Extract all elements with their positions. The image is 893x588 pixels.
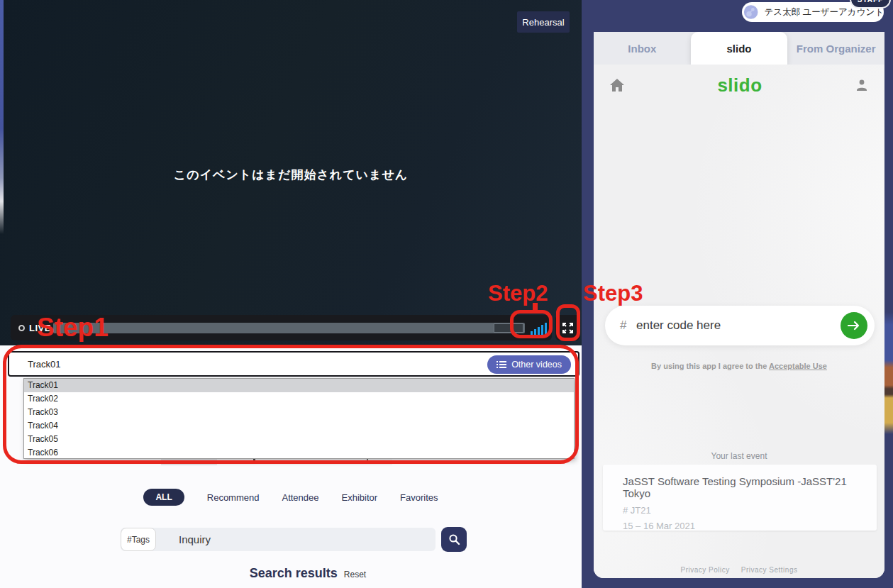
privacy-policy-link[interactable]: Privacy Policy bbox=[681, 566, 730, 574]
track-option[interactable]: Track06 bbox=[24, 446, 574, 460]
legal-text: By using this app I agree to the bbox=[651, 362, 767, 370]
hash-prefix: # bbox=[620, 318, 626, 333]
tags-filter-button[interactable]: #Tags bbox=[121, 528, 156, 551]
search-button[interactable] bbox=[441, 527, 467, 552]
seek-bar[interactable] bbox=[53, 323, 525, 333]
slido-logo: slido bbox=[717, 74, 762, 96]
home-button[interactable] bbox=[609, 78, 625, 92]
slido-header: slido bbox=[594, 65, 884, 106]
other-videos-button[interactable]: Other videos bbox=[487, 355, 571, 374]
arrow-right-icon bbox=[848, 321, 860, 331]
search-row: #Tags bbox=[121, 528, 468, 551]
live-dot-icon bbox=[18, 325, 25, 331]
reset-link[interactable]: Reset bbox=[344, 570, 366, 579]
search-results-title: Search results bbox=[250, 566, 338, 581]
background-image-sliver bbox=[884, 0, 893, 588]
submit-code-button[interactable] bbox=[841, 312, 867, 339]
profile-button[interactable] bbox=[855, 78, 869, 92]
panel-tab-bar: Inbox slido From Organizer bbox=[594, 32, 884, 65]
avatar bbox=[743, 4, 758, 21]
player-control-bar: LIVE bbox=[11, 315, 552, 340]
rehearsal-badge[interactable]: Rehearsal bbox=[517, 11, 570, 33]
tab-from-organizer[interactable]: From Organizer bbox=[787, 32, 884, 65]
seek-bar-remaining bbox=[494, 323, 523, 333]
home-icon bbox=[609, 78, 625, 92]
filter-tab-favorites[interactable]: Favorites bbox=[400, 492, 438, 503]
filter-tab-row: ALL Recommend Attendee Exhibitor Favorit… bbox=[0, 488, 582, 506]
event-code-field: # bbox=[605, 306, 875, 345]
staff-badge: STAFF bbox=[850, 0, 891, 9]
panel-footer: Privacy Policy Privacy Settings bbox=[594, 566, 884, 574]
acceptable-use-link[interactable]: Acceptable Use bbox=[769, 362, 827, 370]
track-option[interactable]: Track04 bbox=[24, 419, 574, 433]
left-content-area: Rehearsal このイベントはまだ開始されていません LIVE bbox=[0, 0, 582, 588]
video-player: Rehearsal このイベントはまだ開始されていません LIVE bbox=[0, 0, 582, 345]
fullscreen-button[interactable] bbox=[555, 315, 580, 340]
filter-tab-attendee[interactable]: Attendee bbox=[282, 492, 318, 503]
search-icon bbox=[448, 533, 460, 545]
event-code: # JT21 bbox=[623, 505, 877, 516]
live-label: LIVE bbox=[29, 323, 51, 333]
privacy-settings-link[interactable]: Privacy Settings bbox=[741, 566, 798, 574]
track-option[interactable]: Track05 bbox=[24, 433, 574, 446]
event-code-input[interactable] bbox=[636, 306, 828, 345]
background-edge-strip bbox=[0, 0, 4, 234]
event-title: JaSST Software Testing Symposium -JaSST'… bbox=[623, 475, 867, 499]
side-panel: Inbox slido From Organizer slido # bbox=[594, 32, 884, 578]
list-icon bbox=[497, 360, 506, 369]
other-videos-label: Other videos bbox=[511, 360, 562, 370]
event-dates: 15 – 16 Mar 2021 bbox=[623, 521, 877, 531]
fullscreen-icon bbox=[561, 321, 575, 335]
slido-panel-body: slido # By using this app I agree to the… bbox=[594, 65, 884, 578]
event-not-started-message: このイベントはまだ開始されていません bbox=[0, 167, 582, 183]
volume-bars-icon[interactable] bbox=[531, 321, 549, 335]
legal-notice: By using this app I agree to the Accepta… bbox=[594, 362, 884, 370]
filter-tab-recommend[interactable]: Recommend bbox=[207, 492, 260, 503]
track-option[interactable]: Track01 bbox=[24, 379, 574, 392]
search-input[interactable] bbox=[179, 528, 413, 551]
track-option[interactable]: Track02 bbox=[24, 392, 574, 406]
tab-inbox[interactable]: Inbox bbox=[594, 32, 691, 65]
track-option[interactable]: Track03 bbox=[24, 406, 574, 419]
tab-slido[interactable]: slido bbox=[691, 32, 788, 65]
filter-tab-all[interactable]: ALL bbox=[143, 489, 184, 506]
track-dropdown-list: Track01 Track02 Track03 Track04 Track05 … bbox=[23, 378, 575, 459]
track-select-value: Track01 bbox=[28, 359, 60, 370]
last-event-card[interactable]: JaSST Software Testing Symposium -JaSST'… bbox=[603, 465, 877, 531]
search-results-header: Search results Reset bbox=[17, 566, 599, 581]
track-select[interactable]: Track01 Other videos bbox=[8, 351, 579, 377]
last-event-label: Your last event bbox=[594, 451, 884, 461]
person-icon bbox=[855, 78, 869, 92]
filter-tab-exhibitor[interactable]: Exhibitor bbox=[342, 492, 378, 503]
